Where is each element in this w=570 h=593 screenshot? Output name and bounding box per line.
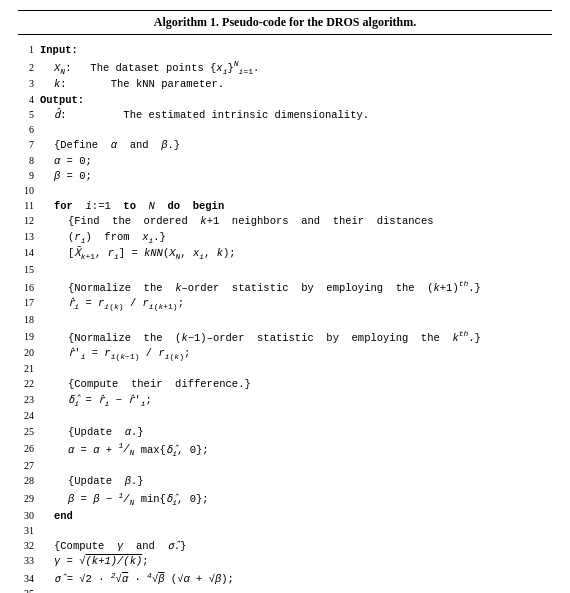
title-algorithm-label: Algorithm 1. <box>154 15 219 29</box>
title-algorithm-name: DROS <box>326 15 359 29</box>
line-1: 1Input: <box>18 43 552 58</box>
line-5: 5d̂: The estimated intrinsic dimensional… <box>18 108 552 123</box>
line-code <box>40 409 552 424</box>
line-number: 24 <box>18 409 40 424</box>
line-23: 23δ̂i = r̂i − r̂′i; <box>18 393 552 410</box>
line-code: α = 0; <box>40 154 552 169</box>
title-suffix: algorithm. <box>363 15 417 29</box>
line-number: 20 <box>18 346 40 361</box>
line-number: 19 <box>18 330 40 345</box>
line-10: 10 <box>18 184 552 199</box>
line-number: 2 <box>18 61 40 76</box>
line-code: r̂i = ri(k) / ri(k+1); <box>40 296 552 313</box>
line-33: 33γ = √(k+1)/(k); <box>18 554 552 569</box>
line-number: 8 <box>18 154 40 169</box>
algorithm-title: Algorithm 1. Pseudo-code for the DROS al… <box>18 10 552 35</box>
line-code: r̂′i = ri(k−1) / ri(k); <box>40 346 552 363</box>
line-13: 13(ri) from xi.} <box>18 230 552 247</box>
line-21: 21 <box>18 362 552 377</box>
line-number: 9 <box>18 169 40 184</box>
line-code: {Normalize the (k−1)–order statistic by … <box>40 328 552 346</box>
line-15: 15 <box>18 263 552 278</box>
line-code: σ̂ = √2 · 2√α · 4√β (√α + √β); <box>40 569 552 587</box>
line-number: 35 <box>18 587 40 593</box>
line-number: 18 <box>18 313 40 328</box>
line-number: 10 <box>18 184 40 199</box>
line-code <box>40 313 552 328</box>
line-number: 7 <box>18 138 40 153</box>
line-code: XN: The dataset points {xi}Ni=1. <box>40 58 552 77</box>
line-7: 7{Define α and β.} <box>18 138 552 153</box>
line-number: 3 <box>18 77 40 92</box>
line-code <box>40 587 552 593</box>
line-code: α = α + 1/N max{δ̂i, 0}; <box>40 440 552 459</box>
line-8: 8α = 0; <box>18 154 552 169</box>
line-code <box>40 459 552 474</box>
line-number: 1 <box>18 43 40 58</box>
line-code <box>40 362 552 377</box>
line-35: 35 <box>18 587 552 593</box>
line-code: end <box>40 509 552 524</box>
line-14: 14[X̄k+1, ri] = kNN(XN, xi, k); <box>18 246 552 263</box>
line-code <box>40 123 552 138</box>
line-28: 28{Update β.} <box>18 474 552 489</box>
line-code: Input: <box>40 43 552 58</box>
line-18: 18 <box>18 313 552 328</box>
line-31: 31 <box>18 524 552 539</box>
line-code: γ = √(k+1)/(k); <box>40 554 552 569</box>
line-number: 5 <box>18 108 40 123</box>
line-number: 17 <box>18 296 40 311</box>
line-17: 17r̂i = ri(k) / ri(k+1); <box>18 296 552 313</box>
line-number: 33 <box>18 554 40 569</box>
line-number: 26 <box>18 442 40 457</box>
line-4: 4Output: <box>18 93 552 108</box>
line-3: 3k: The kNN parameter. <box>18 77 552 92</box>
line-code: [X̄k+1, ri] = kNN(XN, xi, k); <box>40 246 552 263</box>
line-number: 6 <box>18 123 40 138</box>
line-12: 12{Find the ordered k+1 neighbors and th… <box>18 214 552 229</box>
line-number: 31 <box>18 524 40 539</box>
line-code <box>40 263 552 278</box>
line-22: 22{Compute their difference.} <box>18 377 552 392</box>
line-code: {Define α and β.} <box>40 138 552 153</box>
line-code: {Compute γ and σ̂.} <box>40 539 552 554</box>
line-number: 29 <box>18 492 40 507</box>
line-20: 20r̂′i = ri(k−1) / ri(k); <box>18 346 552 363</box>
line-24: 24 <box>18 409 552 424</box>
line-number: 15 <box>18 263 40 278</box>
line-code: (ri) from xi.} <box>40 230 552 247</box>
line-code: k: The kNN parameter. <box>40 77 552 92</box>
line-code: β = β − 1/N min{δ̂i, 0}; <box>40 489 552 508</box>
line-code: β = 0; <box>40 169 552 184</box>
line-30: 30end <box>18 509 552 524</box>
line-26: 26α = α + 1/N max{δ̂i, 0}; <box>18 440 552 459</box>
line-number: 12 <box>18 214 40 229</box>
line-16: 16{Normalize the k–order statistic by em… <box>18 278 552 296</box>
line-number: 14 <box>18 246 40 261</box>
line-11: 11for i:=1 to N do begin <box>18 199 552 214</box>
line-number: 34 <box>18 572 40 587</box>
line-27: 27 <box>18 459 552 474</box>
line-6: 6 <box>18 123 552 138</box>
line-code: {Compute their difference.} <box>40 377 552 392</box>
line-code <box>40 184 552 199</box>
line-code <box>40 524 552 539</box>
line-29: 29β = β − 1/N min{δ̂i, 0}; <box>18 489 552 508</box>
line-number: 25 <box>18 425 40 440</box>
line-number: 30 <box>18 509 40 524</box>
line-code: {Update β.} <box>40 474 552 489</box>
algorithm-body: 1Input:2XN: The dataset points {xi}Ni=1.… <box>18 43 552 593</box>
line-number: 32 <box>18 539 40 554</box>
line-number: 11 <box>18 199 40 214</box>
line-32: 32{Compute γ and σ̂.} <box>18 539 552 554</box>
line-number: 13 <box>18 230 40 245</box>
line-9: 9β = 0; <box>18 169 552 184</box>
line-number: 22 <box>18 377 40 392</box>
title-description: Pseudo-code for the <box>222 15 326 29</box>
line-code: {Normalize the k–order statistic by empl… <box>40 278 552 296</box>
line-25: 25{Update α.} <box>18 425 552 440</box>
line-number: 27 <box>18 459 40 474</box>
line-code: Output: <box>40 93 552 108</box>
line-code: {Find the ordered k+1 neighbors and thei… <box>40 214 552 229</box>
line-34: 34σ̂ = √2 · 2√α · 4√β (√α + √β); <box>18 569 552 587</box>
